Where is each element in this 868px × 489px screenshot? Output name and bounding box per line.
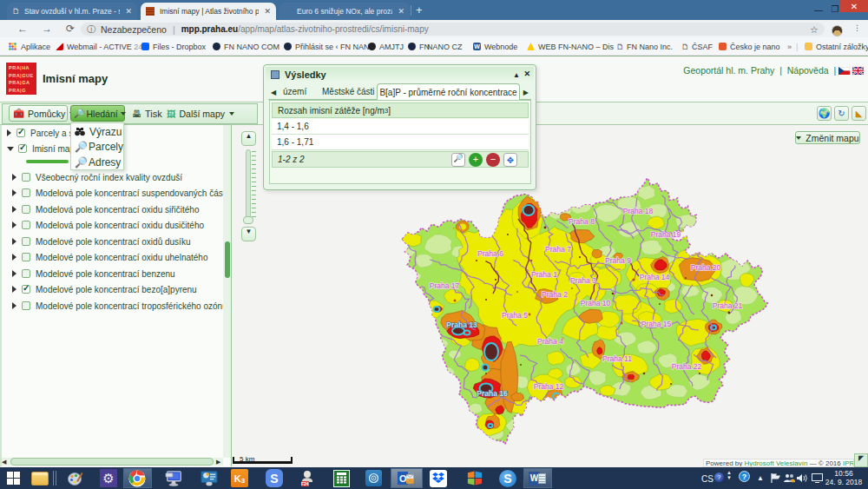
svg-text:Praha 15: Praha 15 (641, 320, 672, 328)
svg-text:Praha 2: Praha 2 (542, 290, 568, 299)
svg-text:F24: F24 (301, 481, 309, 486)
svg-text:Praha 12: Praha 12 (534, 382, 564, 391)
svg-text:Praha 14: Praha 14 (640, 273, 670, 281)
svg-text:Praha 8: Praha 8 (569, 217, 595, 226)
svg-text:Praha 17: Praha 17 (430, 281, 460, 290)
svg-text:Praha 13: Praha 13 (446, 320, 477, 329)
svg-text:Praha 22: Praha 22 (672, 362, 702, 371)
svg-text:Praha 19: Praha 19 (651, 230, 681, 239)
svg-text:Praha 6: Praha 6 (477, 249, 503, 258)
svg-text:Praha 20: Praha 20 (691, 263, 721, 272)
svg-text:Praha 3: Praha 3 (570, 276, 596, 285)
svg-text:Praha 16: Praha 16 (477, 389, 508, 398)
svg-text:Praha 7: Praha 7 (545, 245, 571, 254)
svg-text:Praha 5: Praha 5 (502, 311, 528, 320)
svg-text:Praha 4: Praha 4 (537, 337, 563, 346)
svg-text:Praha 1: Praha 1 (531, 270, 557, 279)
svg-text:Praha 10: Praha 10 (581, 299, 611, 307)
svg-text:Praha 18: Praha 18 (623, 207, 654, 215)
svg-text:Praha 21: Praha 21 (713, 301, 743, 310)
svg-text:Praha 11: Praha 11 (602, 354, 632, 363)
svg-text:Praha 9: Praha 9 (605, 256, 631, 265)
